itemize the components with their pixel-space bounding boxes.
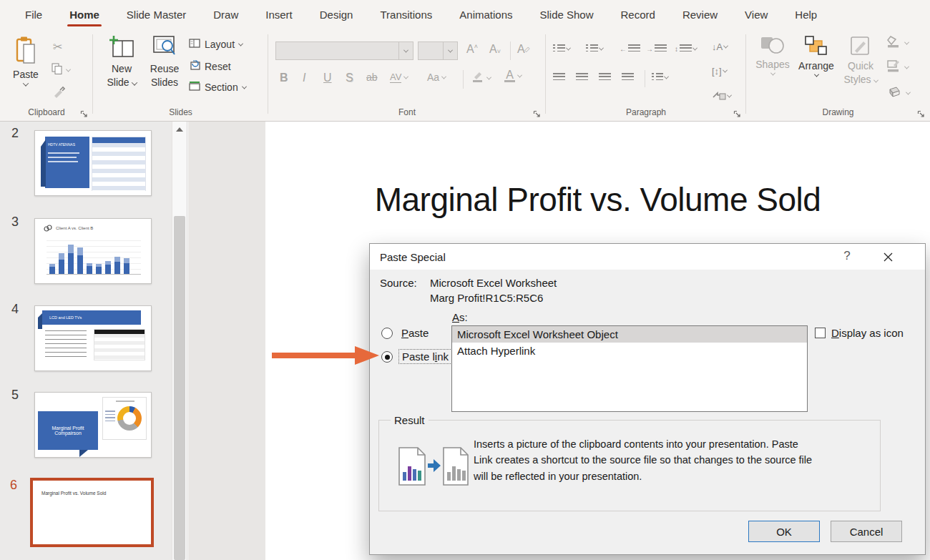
ok-button[interactable]: OK [748,521,820,542]
ribbon: Paste ✂ Clipboard New Slide [0,29,930,122]
shape-outline-button[interactable] [886,59,909,76]
help-button[interactable]: ? [838,249,856,263]
slide-number-5: 5 [11,388,19,403]
text-highlight-button[interactable] [471,70,491,86]
font-size-select[interactable] [418,41,458,60]
copy-button[interactable] [52,63,70,78]
tab-help[interactable]: Help [781,1,831,28]
panel-scrollbar[interactable] [172,122,187,560]
new-slide-button[interactable]: New Slide [102,34,142,89]
align-left-button[interactable] [553,73,565,82]
slide-thumbnail-2[interactable]: HDTV ATENNAS [34,130,152,196]
shape-fill-button[interactable] [886,34,909,51]
shape-effects-button[interactable] [886,86,910,101]
paragraph-dialog-launcher[interactable] [733,108,741,116]
shape-effects-icon [886,86,902,101]
section-icon [189,82,200,93]
decrease-font-size-button[interactable]: A˅ [489,43,501,56]
display-as-icon-checkbox[interactable]: Display as icon [815,327,904,339]
align-right-button[interactable] [599,73,611,82]
list-item-attach-hyperlink[interactable]: Attach Hyperlink [452,343,807,359]
tab-home[interactable]: Home [56,1,113,28]
character-spacing-button[interactable]: AV [390,72,408,83]
tab-file[interactable]: File [11,1,56,28]
strikethrough-button[interactable]: ab [366,72,378,83]
columns-button[interactable] [652,73,668,82]
dialog-title-bar[interactable]: Paste Special ? [370,244,925,270]
paste-button[interactable]: Paste [9,36,43,87]
text-shadow-button[interactable]: S [346,72,353,84]
font-color-button[interactable]: A [504,70,522,82]
slide-thumbnail-6-selected[interactable]: Marginal Profit vs. Volume Sold [30,478,154,547]
scrollbar-thumb[interactable] [174,216,185,560]
numbering-button[interactable] [586,44,603,54]
align-text-button[interactable]: [↕] [712,66,727,77]
clipboard-dialog-launcher[interactable] [80,108,88,116]
new-slide-label: New [112,63,132,75]
increase-indent-button[interactable]: → [646,44,667,54]
change-case-button[interactable]: Aa [427,72,446,83]
decrease-indent-button[interactable]: ← [620,44,640,54]
convert-smartart-button[interactable] [712,90,731,102]
slide-thumbnail-5[interactable]: Marginal Profit Compairson [34,392,152,458]
tab-insert[interactable]: Insert [252,1,306,28]
reuse-slides-icon [151,34,178,62]
tab-review[interactable]: Review [669,1,731,28]
thumb5-legend [105,411,115,423]
shapes-button[interactable]: Shapes [752,36,793,76]
slide-thumbnail-3[interactable]: Client A vs. Client B [34,218,152,284]
chevron-down-icon [403,74,408,79]
align-center-button[interactable] [576,73,588,82]
underline-button[interactable]: U [323,72,332,84]
quick-styles-icon [850,36,871,59]
paste-link-radio[interactable]: Paste link [381,349,452,364]
chevron-down-icon [441,74,446,79]
slide-number-2: 2 [11,126,19,141]
tab-view[interactable]: View [731,1,781,28]
slide-title-textbox[interactable]: Marginal Profit vs. Volume Sold [265,180,930,219]
tab-record[interactable]: Record [607,1,669,28]
powerpoint-window: File Home Slide Master Draw Insert Desig… [0,0,930,560]
numbered-list-icon [586,44,598,54]
chevron-down-icon [813,72,818,77]
cut-button[interactable]: ✂ [53,40,62,54]
close-button[interactable] [881,250,895,263]
section-button[interactable]: Section [189,82,246,93]
slides-group-label: Slides [93,107,268,117]
bullets-button[interactable] [553,44,570,54]
chevron-down-icon [723,68,728,73]
reset-button[interactable]: Reset [189,60,231,72]
slide-thumbnail-4[interactable]: LCD and LED TVs [34,305,152,371]
clear-formatting-button[interactable]: A▯ [517,43,529,56]
line-spacing-button[interactable]: ↕ [675,44,697,54]
highlighter-icon [471,70,484,86]
justify-button[interactable] [622,73,634,82]
arrange-button[interactable]: Arrange [793,36,839,77]
shape-outline-icon [886,59,901,76]
font-dialog-launcher[interactable] [533,108,541,116]
paste-as-listbox[interactable]: Microsoft Excel Worksheet Object Attach … [451,325,808,412]
paste-radio[interactable]: Paste [381,326,431,340]
reuse-slides-button[interactable]: Reuse Slides [145,34,185,89]
italic-button[interactable]: I [303,72,305,84]
format-painter-button[interactable] [53,86,65,101]
scrollbar-up-button[interactable] [172,122,187,137]
thumb3-bar-chart [46,240,141,275]
text-direction-button[interactable]: ↓A [712,41,728,52]
font-name-select[interactable] [275,41,413,60]
layout-button[interactable]: Layout [189,39,243,50]
tab-animations[interactable]: Animations [446,1,526,28]
drawing-dialog-launcher[interactable] [917,108,925,116]
bold-button[interactable]: B [280,72,288,84]
tab-draw[interactable]: Draw [200,1,252,28]
cancel-button[interactable]: Cancel [831,521,902,542]
list-item-excel-object[interactable]: Microsoft Excel Worksheet Object [452,326,807,343]
chevron-down-icon [904,39,909,44]
increase-font-size-button[interactable]: A˄ [466,43,478,56]
tab-transitions[interactable]: Transitions [366,1,446,28]
tab-slide-show[interactable]: Slide Show [526,1,607,28]
reuse-slides-label2: Slides [151,77,178,89]
tab-slide-master[interactable]: Slide Master [113,1,200,28]
tab-design[interactable]: Design [306,1,367,28]
quick-styles-button[interactable]: Quick Styles [841,36,881,86]
